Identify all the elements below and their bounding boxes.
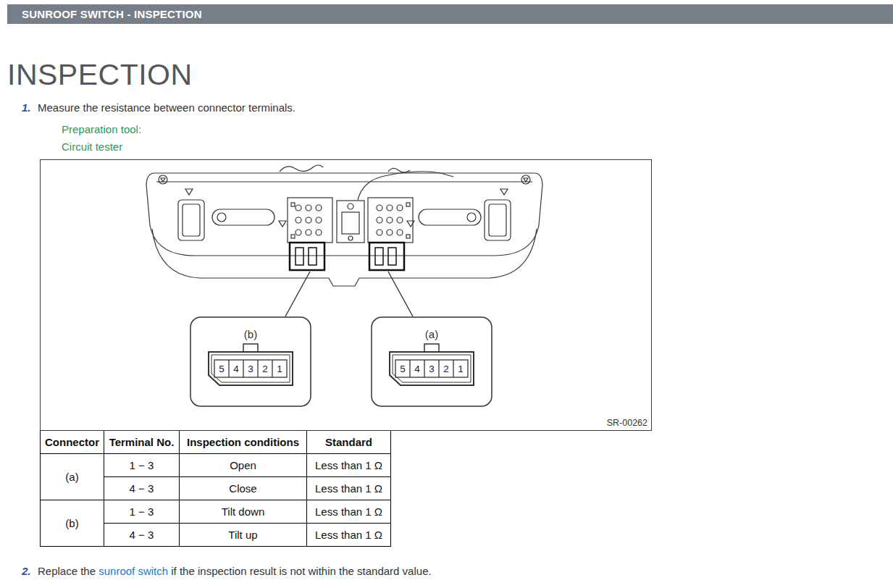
step-2-number: 2.: [22, 564, 38, 578]
pin-label: 1: [277, 364, 282, 374]
inspection-table: Connector Terminal No. Inspection condit…: [40, 430, 391, 547]
col-header-terminal: Terminal No.: [104, 431, 180, 454]
terminal-cell: 1 − 3: [104, 454, 180, 477]
pin-label: 4: [414, 364, 420, 374]
connector-cell: (a): [41, 454, 104, 500]
callout-b-label: (b): [244, 328, 257, 340]
terminal-cell: 4 − 3: [104, 524, 180, 547]
condition-cell: Tilt up: [180, 524, 307, 547]
sunroof-switch-link[interactable]: sunroof switch: [98, 565, 168, 577]
step-1: 1. Measure the resistance between connec…: [22, 101, 893, 114]
standard-cell: Less than 1 Ω: [307, 477, 391, 500]
col-header-conditions: Inspection conditions: [180, 431, 307, 454]
connector-callout-b: (b) 5 4 3 2 1: [190, 317, 311, 406]
preparation-label: Preparation tool:: [62, 121, 893, 138]
table-header-row: Connector Terminal No. Inspection condit…: [41, 431, 391, 454]
standard-cell: Less than 1 Ω: [307, 524, 391, 547]
pin-label: 5: [400, 364, 406, 374]
table-row: (b) 1 − 3 Tilt down Less than 1 Ω: [41, 500, 391, 524]
pin-label: 2: [443, 364, 449, 374]
pin-label: 4: [233, 364, 239, 374]
condition-cell: Open: [180, 454, 307, 477]
preparation-block: Preparation tool: Circuit tester: [62, 121, 893, 156]
table-row: (a) 1 − 3 Open Less than 1 Ω: [41, 454, 391, 477]
step-1-text: Measure the resistance between connector…: [38, 101, 295, 114]
col-header-connector: Connector: [41, 431, 104, 454]
connector-callout-a: (a) 5 4 3 2 1: [372, 317, 492, 406]
condition-cell: Close: [180, 477, 307, 500]
standard-cell: Less than 1 Ω: [307, 500, 391, 524]
step-2-text-before: Replace the: [38, 565, 98, 577]
sunroof-diagram-svg: (b) 5 4 3 2 1 (a): [41, 160, 653, 432]
figure-sunroof-connectors: (b) 5 4 3 2 1 (a): [40, 159, 652, 431]
page-header-bar: SUNROOF SWITCH - INSPECTION: [7, 4, 893, 24]
col-header-standard: Standard: [307, 431, 391, 454]
figure-ref-label: SR-00262: [607, 418, 647, 428]
pin-label: 1: [458, 364, 464, 374]
connector-a-location: [369, 243, 404, 270]
terminal-cell: 1 − 3: [104, 500, 180, 524]
terminal-cell: 4 − 3: [104, 477, 180, 500]
pin-label: 3: [248, 364, 253, 374]
step-2: 2. Replace the sunroof switch if the ins…: [22, 564, 893, 578]
callout-a-label: (a): [425, 328, 438, 340]
page-title: INSPECTION: [7, 59, 893, 91]
standard-cell: Less than 1 Ω: [307, 454, 391, 477]
step-1-number: 1.: [22, 101, 38, 114]
pin-label: 2: [262, 364, 268, 374]
page-header-title: SUNROOF SWITCH - INSPECTION: [22, 8, 202, 20]
condition-cell: Tilt down: [180, 500, 307, 524]
pin-label: 5: [219, 364, 225, 374]
preparation-tool: Circuit tester: [62, 138, 893, 156]
step-2-text-after: if the inspection result is not within t…: [168, 565, 432, 577]
connector-b-location: [290, 243, 324, 270]
pin-label: 3: [429, 364, 435, 374]
connector-cell: (b): [41, 500, 104, 547]
step-2-text: Replace the sunroof switch if the inspec…: [38, 564, 432, 578]
sunroof-assembly-diagram: [146, 165, 542, 286]
